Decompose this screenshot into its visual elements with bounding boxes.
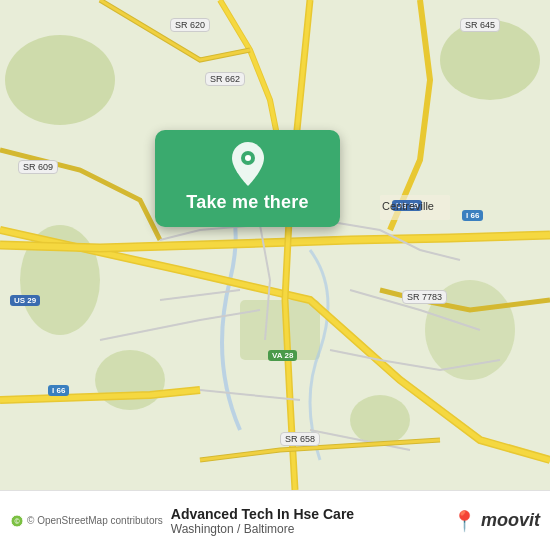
moovit-logo: 📍 moovit <box>452 509 540 533</box>
osm-icon: © <box>10 514 24 528</box>
take-me-there-button[interactable]: Take me there <box>155 130 340 227</box>
road-label-sr662: SR 662 <box>205 72 245 86</box>
attribution-text: © OpenStreetMap contributors <box>27 515 163 526</box>
road-label-va28: VA 28 <box>268 350 297 361</box>
road-label-us29-left: US 29 <box>10 295 40 306</box>
place-info: Advanced Tech In Hse Care Washington / B… <box>163 506 452 536</box>
map-svg <box>0 0 550 490</box>
svg-point-1 <box>5 35 115 125</box>
svg-point-10 <box>245 155 251 161</box>
svg-point-2 <box>440 20 540 100</box>
bottom-bar: © © OpenStreetMap contributors Advanced … <box>0 490 550 550</box>
road-label-i66-left: I 66 <box>48 385 69 396</box>
place-label-centreville: Centreville <box>382 200 434 212</box>
road-label-sr620: SR 620 <box>170 18 210 32</box>
svg-point-6 <box>350 395 410 445</box>
map-container: SR 620 SR 662 SR 645 SR 609 US 29 US 29 … <box>0 0 550 490</box>
osm-attribution: © © OpenStreetMap contributors <box>10 514 163 528</box>
place-name: Advanced Tech In Hse Care <box>171 506 444 522</box>
road-label-sr7783: SR 7783 <box>402 290 447 304</box>
svg-text:©: © <box>14 518 20 525</box>
road-label-sr645: SR 645 <box>460 18 500 32</box>
moovit-text: moovit <box>481 510 540 531</box>
road-label-i66-right: I 66 <box>462 210 483 221</box>
moovit-pin-icon: 📍 <box>452 509 477 533</box>
take-me-there-label: Take me there <box>186 192 308 213</box>
svg-point-4 <box>95 350 165 410</box>
road-label-sr658: SR 658 <box>280 432 320 446</box>
road-label-sr609: SR 609 <box>18 160 58 174</box>
map-pin-icon <box>230 142 266 186</box>
place-location: Washington / Baltimore <box>171 522 444 536</box>
